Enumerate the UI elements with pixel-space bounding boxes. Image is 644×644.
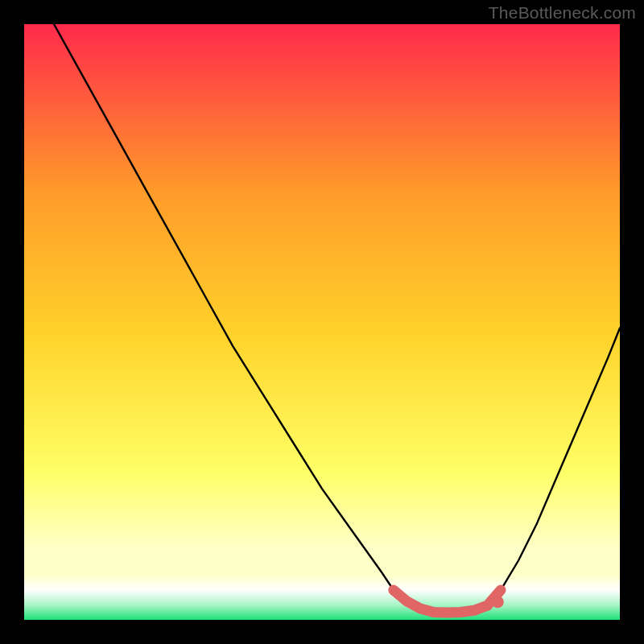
marker-dot (492, 596, 504, 608)
plot-area (24, 24, 620, 620)
bottleneck-chart (24, 24, 620, 620)
chart-frame: TheBottleneck.com (0, 0, 644, 644)
watermark-text: TheBottleneck.com (489, 3, 636, 23)
gradient-background (24, 24, 620, 620)
